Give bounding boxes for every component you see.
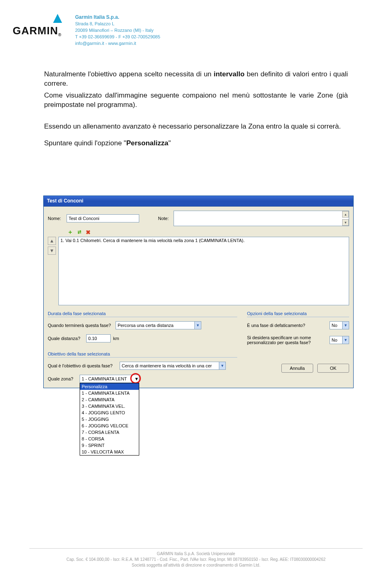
zona-combo[interactable]: 1 - CAMMINATA LENT ▼ — [80, 375, 139, 383]
nomepers-combo[interactable]: No ▼ — [330, 336, 349, 344]
dropdown-option[interactable]: 4 - JOGGING LENTO — [80, 409, 139, 416]
dropdown-option[interactable]: Personalizza — [80, 383, 139, 390]
note-label: Note: — [158, 216, 169, 221]
dropdown-option[interactable]: 8 - CORSA — [80, 436, 139, 442]
move-down-button[interactable]: ▼ — [48, 247, 56, 255]
footer-line-2: Cap. Soc. € 104.000,00 - Iscr. R.E.A. MI… — [29, 557, 363, 562]
zona-label: Quale zona? — [48, 376, 77, 381]
company-web: info@garmin.it - www.garmin.it — [75, 40, 160, 47]
move-up-button[interactable]: ▲ — [48, 237, 56, 245]
dropdown-option[interactable]: 6 - JOGGING VELOCE — [80, 422, 139, 429]
dropdown-option[interactable]: 7 - CORSA LENTA — [80, 429, 139, 436]
company-name: Garmin Italia S.p.a. — [75, 14, 160, 21]
dropdown-option[interactable]: 3 - CAMMINATA VEL. — [80, 403, 139, 409]
note-textarea[interactable]: ▴ ▾ — [174, 211, 349, 226]
nome-label: Nome: — [48, 216, 64, 221]
scroll-down-icon[interactable]: ▾ — [342, 219, 349, 226]
step-list[interactable]: 1. Vai 0.1 Chilometri. Cerca di mantener… — [58, 237, 349, 305]
termina-combo[interactable]: Percorsa una certa distanza ▼ — [116, 321, 201, 329]
durata-section-label: Durata della fase selezionata — [48, 311, 237, 317]
chevron-down-icon: ▼ — [342, 322, 349, 329]
dropdown-option[interactable]: 2 - CAMMINATA — [80, 396, 139, 403]
company-info: Garmin Italia S.p.a. Strada 8, Palazzo L… — [75, 14, 160, 47]
footer-line-3: Società soggetta all'attività di direzio… — [29, 562, 363, 568]
dialog-titlebar[interactable]: Test di Conconi — [44, 196, 353, 207]
dialog-window: Test di Conconi Nome: Note: ▴ ▾ ＋ ⇄ ✖ ▲ … — [43, 196, 354, 388]
paragraph-4: Spuntare quindi l'opzione "Personalizza" — [44, 139, 348, 148]
company-addr1: Strada 8, Palazzo L — [75, 21, 160, 27]
dropdown-option[interactable]: 9 - SPRINT — [80, 442, 139, 449]
paragraph-1: Naturalmente l'obiettivo appena scelto n… — [44, 70, 348, 89]
defat-combo[interactable]: No ▼ — [330, 321, 349, 329]
chevron-down-icon: ▼ — [134, 376, 139, 381]
cancel-button[interactable]: Annulla — [281, 364, 313, 373]
garmin-logo: GARMIN® — [12, 14, 62, 37]
dropdown-option[interactable]: 10 - VELOCITÀ MAX — [80, 449, 139, 455]
page-header: GARMIN® Garmin Italia S.p.a. Strada 8, P… — [0, 0, 392, 47]
dropdown-option[interactable]: 1 - CAMMINATA LENTA — [80, 390, 139, 396]
company-tel: T +39 02-36699699 - F +39 02-700529085 — [75, 34, 160, 40]
add-step-icon[interactable]: ＋ — [67, 229, 74, 236]
dialog-title: Test di Conconi — [47, 198, 83, 204]
distanza-input[interactable] — [86, 334, 111, 342]
zona-dropdown[interactable]: Personalizza 1 - CAMMINATA LENTA 2 - CAM… — [80, 383, 139, 456]
step-item[interactable]: 1. Vai 0.1 Chilometri. Cerca di mantener… — [60, 238, 347, 243]
obiettivo-label: Qual è l'obiettivo di questa fase? — [48, 363, 117, 368]
footer-line-1: GARMIN Italia S.p.A. Società Unipersonal… — [29, 551, 363, 557]
distanza-label: Quale distanza? — [48, 336, 84, 341]
termina-label: Quando terminerà questa fase? — [48, 323, 113, 328]
distanza-unit: km — [113, 336, 119, 341]
dropdown-option[interactable]: 5 - JOGGING — [80, 416, 139, 422]
ok-button[interactable]: OK — [317, 364, 349, 373]
chevron-down-icon: ▼ — [219, 362, 225, 369]
obiettivo-combo[interactable]: Cerca di mantenere la mia velocità in un… — [120, 362, 226, 370]
paragraph-2: Come visualizzato dall'immagine seguente… — [44, 91, 348, 110]
logo-wordmark: GARMIN® — [13, 24, 62, 37]
chevron-down-icon: ▼ — [342, 336, 349, 344]
page-footer: GARMIN Italia S.p.A. Società Unipersonal… — [29, 548, 363, 568]
paragraph-3: Essendo un allenamento avanzato è necess… — [44, 122, 348, 131]
opzioni-section-label: Opzioni della fase selezionata — [247, 311, 349, 317]
obiettivo-section-label: Obiettivo della fase selezionata — [48, 351, 237, 358]
document-body: Naturalmente l'obiettivo appena scelto n… — [0, 47, 392, 148]
toolbar: ＋ ⇄ ✖ — [67, 229, 349, 236]
link-step-icon[interactable]: ⇄ — [76, 229, 83, 236]
scroll-up-icon[interactable]: ▴ — [342, 211, 349, 218]
nome-input[interactable] — [67, 214, 139, 222]
logo-triangle-icon — [53, 14, 62, 23]
defat-label: È una fase di defaticamento? — [247, 323, 305, 328]
company-addr2: 20089 Milanofiori – Rozzano (MI) - Italy — [75, 27, 160, 34]
delete-step-icon[interactable]: ✖ — [85, 229, 92, 236]
chevron-down-icon: ▼ — [194, 322, 201, 329]
nomepers-label: Si desidera specificare un nome personal… — [247, 335, 312, 345]
